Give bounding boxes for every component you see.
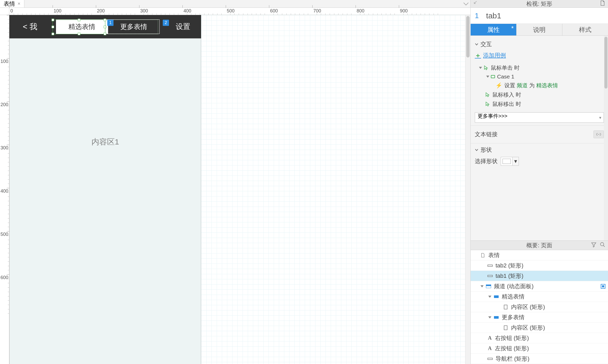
shape-swatch[interactable] bbox=[501, 157, 513, 166]
search-icon[interactable] bbox=[600, 242, 605, 249]
event-mouseleave-label: 鼠标移出 时 bbox=[492, 100, 521, 108]
outline-navbar-label: 导航栏 (矩形) bbox=[496, 355, 529, 363]
inspector-scrollbar[interactable] bbox=[604, 36, 608, 241]
outline-panel-item[interactable]: 频道 (动态面板) bbox=[471, 281, 608, 292]
outline-page[interactable]: 表情 bbox=[471, 250, 608, 260]
event-onclick-label: 鼠标单击 时 bbox=[491, 64, 520, 71]
file-tab[interactable]: 表情 × bbox=[0, 0, 24, 8]
rect-icon bbox=[487, 264, 493, 268]
rect-icon bbox=[487, 274, 493, 278]
content-area[interactable]: 内容区1 bbox=[9, 38, 201, 364]
tab-style[interactable]: 样式 bbox=[562, 24, 608, 35]
collapse-icon[interactable] bbox=[473, 0, 479, 8]
text-link-row: 文本链接 bbox=[475, 128, 604, 141]
panel-indicator-icon[interactable] bbox=[601, 284, 605, 289]
outline-content1-label: 内容区 (矩形) bbox=[511, 303, 545, 311]
state-icon bbox=[493, 295, 499, 299]
tab-more[interactable]: 更多表情 bbox=[108, 19, 160, 34]
expand-icon[interactable] bbox=[479, 67, 482, 69]
outline-navbar[interactable]: 导航栏 (矩形) bbox=[471, 354, 608, 364]
page-icon[interactable] bbox=[600, 0, 605, 8]
back-button[interactable]: < 我 bbox=[9, 21, 51, 32]
outline-title: 概要: 页面 bbox=[526, 242, 552, 249]
inspector-tabs: 属性 * 说明 样式 bbox=[471, 24, 608, 36]
add-case-link[interactable]: ＋ 添加用例 bbox=[475, 51, 604, 60]
section-interactions[interactable]: 交互 bbox=[475, 40, 604, 48]
tab-properties[interactable]: 属性 * bbox=[471, 24, 517, 35]
tab-dropdown-icon[interactable] bbox=[463, 0, 469, 8]
outline-right-button[interactable]: A 右按钮 (矩形) bbox=[471, 333, 608, 343]
close-icon[interactable]: × bbox=[18, 1, 20, 6]
canvas-scrollbar[interactable] bbox=[465, 15, 470, 364]
event-onclick[interactable]: 鼠标单击 时 bbox=[475, 63, 604, 72]
outline-state1[interactable]: 精选表情 bbox=[471, 292, 608, 302]
inspector-header: 检视: 矩形 bbox=[471, 0, 608, 8]
rect-icon bbox=[503, 326, 508, 330]
expand-icon[interactable] bbox=[480, 285, 484, 287]
footnote-badge-1[interactable]: 1 bbox=[107, 20, 114, 26]
cursor-icon bbox=[485, 92, 490, 97]
ruler-vertical[interactable]: 100200300400500600 bbox=[0, 15, 9, 364]
plus-icon: ＋ bbox=[475, 51, 481, 60]
divider bbox=[471, 143, 608, 143]
outline-header: 概要: 页面 bbox=[471, 241, 608, 250]
ruler-corner bbox=[0, 8, 9, 15]
outline-page-label: 表情 bbox=[488, 251, 500, 259]
outline-left-button-label: 左按钮 (矩形) bbox=[495, 345, 529, 352]
inspector-body: 交互 ＋ 添加用例 鼠标单击 时 Case 1 bbox=[471, 36, 608, 241]
outline-tab2[interactable]: tab2 (矩形) bbox=[471, 260, 608, 271]
inspector-panel: 检视: 矩形 1 tab1 属性 * 说明 样式 交互 bbox=[470, 0, 608, 364]
more-events-select[interactable]: 更多事件>>> ▾ bbox=[475, 112, 604, 123]
bolt-icon: ⚡ bbox=[496, 82, 502, 89]
case-1-label: Case 1 bbox=[497, 74, 514, 80]
section-shape-label: 形状 bbox=[480, 146, 492, 154]
tab-notes[interactable]: 说明 bbox=[517, 24, 562, 35]
event-mouseenter-label: 鼠标移入 时 bbox=[492, 91, 521, 98]
tab-featured[interactable]: 精选表情 bbox=[56, 19, 108, 34]
nav-bar: < 我 精选表情 更多表情 设置 bbox=[9, 15, 201, 38]
outline-state2[interactable]: 更多表情 bbox=[471, 312, 608, 323]
outline-tab1[interactable]: tab1 (矩形) bbox=[471, 271, 608, 281]
expand-icon[interactable] bbox=[486, 76, 489, 78]
shape-name-input[interactable]: tab1 bbox=[486, 11, 501, 20]
action-set-panel[interactable]: ⚡ 设置 频道 为 精选表情 bbox=[475, 81, 604, 90]
footnote-badge-2[interactable]: 2 bbox=[163, 20, 169, 26]
outline-content2-label: 内容区 (矩形) bbox=[511, 324, 545, 332]
outline-tab1-label: tab1 (矩形) bbox=[496, 272, 524, 280]
shape-name-row[interactable]: 1 tab1 bbox=[471, 8, 608, 24]
svg-point-0 bbox=[600, 242, 604, 246]
text-icon: A bbox=[487, 335, 492, 341]
settings-button[interactable]: 设置 bbox=[165, 22, 201, 32]
rect-icon bbox=[503, 305, 508, 309]
filter-icon[interactable] bbox=[591, 242, 597, 249]
outline-content2[interactable]: 内容区 (矩形) bbox=[471, 323, 608, 333]
footnote-number: 1 bbox=[475, 12, 479, 20]
outline-right-button-label: 右按钮 (矩形) bbox=[495, 334, 529, 342]
add-case-label: 添加用例 bbox=[483, 52, 506, 59]
link-button[interactable] bbox=[593, 130, 604, 138]
scrollbar-thumb[interactable] bbox=[604, 37, 607, 89]
page-icon bbox=[480, 253, 486, 257]
expand-icon[interactable] bbox=[488, 296, 491, 298]
outline-left-button[interactable]: A 左按钮 (矩形) bbox=[471, 343, 608, 354]
section-shape[interactable]: 形状 bbox=[475, 146, 604, 154]
outline-tab2-label: tab2 (矩形) bbox=[496, 262, 524, 270]
text-icon: A bbox=[487, 345, 492, 351]
case-1[interactable]: Case 1 bbox=[475, 72, 604, 81]
outline-panel-label: 频道 (动态面板) bbox=[494, 282, 534, 290]
event-mouseenter[interactable]: 鼠标移入 时 bbox=[475, 90, 604, 99]
expand-icon[interactable] bbox=[488, 316, 491, 318]
shape-dropdown[interactable]: ▾ bbox=[513, 157, 519, 166]
event-mouseleave[interactable]: 鼠标移出 时 bbox=[475, 99, 604, 109]
rect-icon bbox=[487, 357, 493, 361]
cursor-icon bbox=[484, 65, 489, 70]
text-link-label: 文本链接 bbox=[475, 130, 498, 138]
outline-content1[interactable]: 内容区 (矩形) bbox=[471, 302, 608, 312]
scrollbar-thumb[interactable] bbox=[466, 16, 470, 57]
device-frame: < 我 精选表情 更多表情 设置 内容区1 bbox=[9, 15, 201, 364]
file-tab-bar: 表情 × bbox=[0, 0, 470, 8]
case-icon bbox=[491, 75, 495, 78]
canvas[interactable]: < 我 精选表情 更多表情 设置 内容区1 bbox=[9, 15, 470, 364]
outline-tree: 表情 tab2 (矩形) tab1 (矩形) 频道 (动态面板) bbox=[471, 250, 608, 364]
ruler-horizontal[interactable]: 0100200300400500600700800900 bbox=[9, 8, 470, 15]
